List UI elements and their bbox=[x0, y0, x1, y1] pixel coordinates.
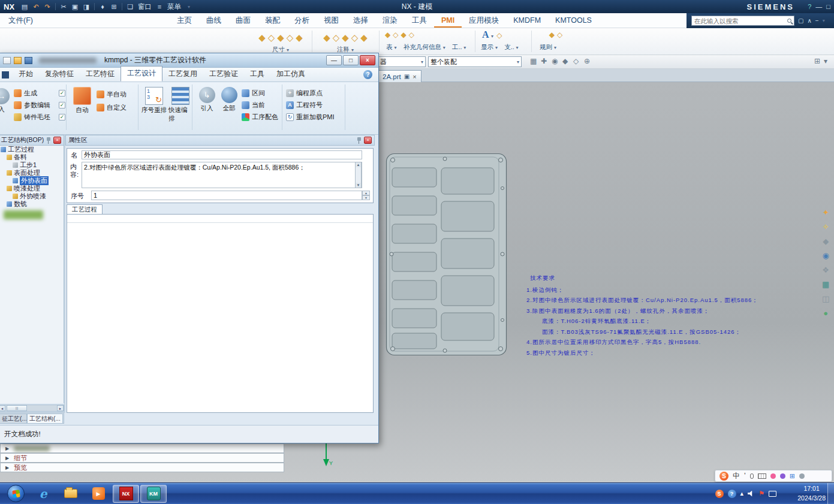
tab-kmdfm[interactable]: KMDFM bbox=[506, 13, 548, 28]
minimize-button[interactable]: — bbox=[326, 55, 342, 65]
note-icon[interactable]: ◆ bbox=[323, 32, 330, 43]
tab-home[interactable]: 主页 bbox=[170, 13, 199, 28]
pin-icon[interactable] bbox=[46, 137, 51, 144]
layers-icon[interactable]: ▦ bbox=[822, 280, 829, 288]
tab-kmtools[interactable]: KMTOOLS bbox=[548, 13, 599, 28]
expand-arrow-icon[interactable]: ▶ bbox=[5, 455, 9, 461]
star-icon[interactable]: ✦ bbox=[823, 209, 829, 216]
process-content-area[interactable] bbox=[67, 214, 374, 413]
expand-arrow-icon[interactable]: ▶ bbox=[5, 465, 9, 470]
flag-icon[interactable]: ⚑ bbox=[758, 490, 764, 497]
window-menu[interactable]: 窗口 bbox=[138, 2, 152, 11]
collapsed-panel-row[interactable]: ▶ bbox=[0, 443, 284, 453]
kmmpd-titlebar[interactable]: kmmpd - 三维零件工艺设计软件 — □ × bbox=[0, 53, 378, 68]
edit-params-checkbox[interactable]: ✓ bbox=[59, 102, 65, 108]
clip-icon[interactable]: ◆ bbox=[823, 237, 829, 245]
cad-model[interactable] bbox=[385, 152, 508, 358]
bop-tree[interactable]: 工艺过程 备料 工步1 表面处理 外协表面 喷漆处理 外协喷漆 数铣 bbox=[0, 146, 64, 403]
point-icon[interactable]: ✚ bbox=[541, 57, 547, 65]
program-origin-button[interactable]: + 编程原点 bbox=[286, 88, 323, 98]
import-blank-button[interactable]: → 入 bbox=[0, 88, 10, 114]
toolbox-icon[interactable] bbox=[799, 473, 805, 479]
clock[interactable]: 17:01 2024/3/28 bbox=[797, 484, 826, 503]
preview-label[interactable]: 预览 bbox=[14, 463, 27, 472]
expand-arrow-icon[interactable]: ▶ bbox=[5, 446, 9, 451]
sogou-tray-icon[interactable]: S bbox=[715, 490, 724, 498]
input-method-bar[interactable]: S 中 ’ ⊞ bbox=[715, 470, 832, 482]
process-tab[interactable]: 工艺过程 bbox=[67, 204, 103, 214]
sequence-spinner[interactable]: ▲ ▼ bbox=[362, 191, 370, 200]
menu-button[interactable]: 菜单 bbox=[167, 2, 181, 11]
dimension-icon[interactable]: ◇ bbox=[287, 32, 294, 43]
pin-icon[interactable] bbox=[357, 137, 362, 144]
dimension-icon[interactable]: ◆ bbox=[258, 32, 266, 43]
document-tab[interactable]: 2A.prt ▣ × bbox=[378, 70, 421, 82]
tab-complex-features[interactable]: 复杂特征 bbox=[39, 67, 80, 82]
generate-blank-button[interactable]: 生成 ✓ bbox=[14, 88, 65, 98]
reload-pmi-button[interactable]: ↻ 重新加载PMI bbox=[286, 112, 335, 122]
punctuation-icon[interactable]: ’ bbox=[744, 472, 746, 480]
tab-view[interactable]: 视图 bbox=[317, 13, 346, 28]
search-icon[interactable] bbox=[787, 19, 791, 23]
spin-up-icon[interactable]: ▲ bbox=[362, 191, 370, 195]
details-panel-row[interactable]: ▶ 细节 bbox=[0, 453, 284, 463]
chevron-down-icon[interactable]: ▾ bbox=[823, 18, 825, 23]
tab-surface[interactable]: 曲面 bbox=[228, 13, 258, 28]
process-color-button[interactable]: 工序配色 bbox=[242, 112, 278, 122]
tab-select[interactable]: 选择 bbox=[346, 13, 375, 28]
copy-icon[interactable]: ▣ bbox=[70, 3, 80, 11]
tab-tools[interactable]: 工具 bbox=[405, 13, 434, 28]
close-panel-icon[interactable]: × bbox=[364, 137, 372, 144]
table-icon[interactable]: ◇ bbox=[393, 31, 398, 39]
input-mode-indicator[interactable]: 中 bbox=[733, 471, 740, 481]
scroll-right-icon[interactable]: ▸ bbox=[57, 405, 64, 411]
volume-icon[interactable] bbox=[748, 491, 754, 497]
close-button[interactable]: × bbox=[360, 55, 375, 65]
taskbar-ie[interactable]: e bbox=[30, 485, 56, 503]
renumber-button[interactable]: 13↻ 序号重排 bbox=[141, 87, 167, 114]
collapse-ribbon-icon[interactable]: ∧ bbox=[807, 17, 811, 24]
bop-panel-header[interactable]: 工艺结构(BOP) × bbox=[0, 135, 64, 146]
new-document-icon[interactable] bbox=[3, 57, 11, 64]
tab-curve[interactable]: 曲线 bbox=[199, 13, 228, 28]
database-icon[interactable]: ◫ bbox=[822, 295, 829, 303]
mic-icon[interactable]: ♦ bbox=[98, 3, 107, 10]
emoji-icon[interactable] bbox=[770, 473, 776, 479]
taskbar-km[interactable]: KM bbox=[140, 485, 167, 503]
feature-process-tab[interactable]: 征工艺(... bbox=[0, 414, 27, 423]
sphere-icon[interactable]: ● bbox=[823, 309, 828, 317]
repeat-icon[interactable]: ⊞ bbox=[109, 3, 119, 11]
note-icon[interactable]: ◆ bbox=[360, 32, 368, 43]
panel-splitter[interactable] bbox=[64, 135, 65, 413]
rule-icon[interactable]: ◆ bbox=[549, 31, 555, 39]
current-button[interactable]: 当前 bbox=[242, 100, 265, 110]
skin-icon[interactable] bbox=[780, 473, 785, 479]
tab-pmi[interactable]: PMI bbox=[434, 13, 462, 28]
preview-panel-row[interactable]: ▶ 预览 bbox=[0, 463, 284, 472]
help-tray-icon[interactable]: ? bbox=[728, 490, 736, 498]
check-icon[interactable]: ◇ bbox=[496, 31, 502, 40]
engineering-symbol-button[interactable]: A 工程符号 bbox=[286, 100, 323, 110]
edit-params-button[interactable]: 参数编辑 ✓ bbox=[14, 100, 65, 110]
close-panel-icon[interactable]: × bbox=[53, 137, 61, 144]
dimension-icon[interactable]: ◆ bbox=[296, 32, 303, 43]
taskbar-nx[interactable]: NX bbox=[113, 485, 139, 503]
scope-combo[interactable]: 整个装配▾ bbox=[428, 56, 522, 67]
redo-icon[interactable]: ↷ bbox=[43, 3, 52, 11]
sequence-field[interactable]: 1 bbox=[91, 191, 362, 200]
undo-icon[interactable]: ↶ bbox=[31, 3, 41, 11]
search-input[interactable] bbox=[694, 17, 785, 25]
dimension-icon[interactable]: ◇ bbox=[268, 32, 275, 43]
process-structure-tab[interactable]: 工艺结构(... bbox=[27, 414, 63, 423]
eye-icon[interactable]: ◉ bbox=[822, 252, 829, 259]
taskbar-media-player[interactable]: ▶ bbox=[85, 485, 112, 503]
tab-assembly[interactable]: 装配 bbox=[258, 13, 287, 28]
content-field[interactable]: 2.对图中绿色所示区域进行表面处理镀覆：Cu/Ap.Ni-P20.Ep.Au1.… bbox=[82, 162, 362, 188]
kmmpd-window[interactable]: kmmpd - 三维零件工艺设计软件 — □ × 开始 复杂特征 工艺特征 工艺… bbox=[0, 53, 379, 443]
tree-item[interactable]: 外协喷漆 bbox=[0, 192, 64, 200]
maximize-button[interactable]: □ bbox=[343, 55, 359, 65]
casting-blank-checkbox[interactable]: ✓ bbox=[59, 114, 65, 120]
generate-checkbox[interactable]: ✓ bbox=[59, 90, 65, 96]
search-box[interactable] bbox=[691, 16, 794, 26]
interval-button[interactable]: 区间 bbox=[242, 88, 265, 98]
